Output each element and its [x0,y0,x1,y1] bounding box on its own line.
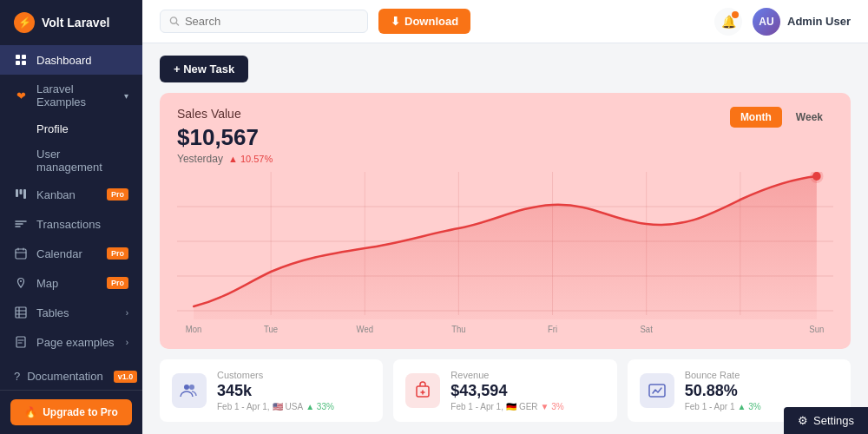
customers-info: Customers 345k Feb 1 - Apr 1, 🇺🇸 USA ▲ 3… [217,370,334,411]
profile-label: Profile [36,122,69,135]
new-task-label: + New Task [174,62,234,76]
customers-label: Customers [217,370,334,380]
chart-info: Sales Value $10,567 Yesterday ▲ 10.57% [177,107,273,165]
sidebar-item-page-examples[interactable]: Page examples › [0,327,142,357]
sidebar-item-kanban[interactable]: Kanban Pro [0,180,142,209]
sidebar-item-tables[interactable]: Tables › [0,298,142,327]
sidebar-item-calendar[interactable]: Calendar Pro [0,239,142,268]
bounce-value: 50.88% [685,382,761,400]
laravel-examples-label: Laravel Examples [36,82,115,108]
svg-point-36 [189,385,194,390]
dashboard-icon [14,53,28,67]
settings-button[interactable]: ⚙ Settings [784,407,868,434]
sidebar-item-map[interactable]: Map Pro [0,268,142,298]
topbar: ⬇ Download 🔔 AU Admin User [142,0,868,43]
customers-trend: ▲ 33% [306,402,334,411]
sidebar-bottom: 🔥 Upgrade to Pro [0,390,142,434]
revenue-info: Revenue $43,594 Feb 1 - Apr 1, 🇩🇪 GER ▼ … [450,370,563,411]
chart-trend: ▲ 10.57% [228,154,273,164]
transactions-label: Transactions [36,218,128,231]
revenue-stat: Revenue $43,594 Feb 1 - Apr 1, 🇩🇪 GER ▼ … [393,359,616,422]
notification-dot [732,11,739,18]
user-menu[interactable]: AU Admin User [753,8,851,36]
svg-rect-4 [16,189,18,197]
svg-text:Tue: Tue [264,325,278,334]
search-box[interactable] [160,10,368,33]
tables-label: Tables [36,306,117,319]
calendar-label: Calendar [36,247,98,260]
gear-icon: ⚙ [798,414,808,427]
month-button[interactable]: Month [730,107,782,128]
week-button[interactable]: Week [786,107,833,128]
sidebar-item-laravel-examples[interactable]: ❤ Laravel Examples ▾ [0,75,142,116]
svg-point-8 [20,280,22,282]
map-label: Map [36,277,98,290]
svg-rect-1 [22,55,26,59]
kanban-icon [14,187,28,201]
svg-text:Wed: Wed [357,325,373,334]
svg-rect-2 [16,61,20,65]
revenue-label: Revenue [450,370,563,380]
transactions-icon [14,217,28,231]
sidebar-item-transactions[interactable]: Transactions [0,209,142,239]
chart-header: Sales Value $10,567 Yesterday ▲ 10.57% M… [177,107,833,165]
customers-stat: Customers 345k Feb 1 - Apr 1, 🇺🇸 USA ▲ 3… [160,359,383,422]
svg-text:Mon: Mon [186,325,202,334]
sidebar-item-profile[interactable]: Profile [0,116,142,141]
search-input[interactable] [185,15,358,28]
documentation-item[interactable]: ? Documentation v1.0 [0,363,142,390]
revenue-value: $43,594 [450,382,563,400]
calendar-icon [14,247,28,260]
svg-text:Fri: Fri [548,325,557,334]
customers-sub: Feb 1 - Apr 1, 🇺🇸 USA ▲ 33% [217,402,334,411]
chart-title: Sales Value [177,107,273,121]
bounce-icon [640,373,674,408]
topbar-right: 🔔 AU Admin User [714,8,851,36]
dashboard-label: Dashboard [36,54,128,67]
content-area: + New Task Sales Value $10,567 Yesterday… [142,43,868,434]
map-icon [14,276,28,290]
sidebar-item-user-management[interactable]: User management [0,141,142,180]
doc-version-badge: v1.0 [114,371,138,383]
chart-value: $10,567 [177,124,273,151]
bounce-label: Bounce Rate [685,370,761,380]
customers-value: 345k [217,382,334,400]
main-content: ⬇ Download 🔔 AU Admin User + New Task Sa… [142,0,868,434]
svg-rect-5 [20,189,23,194]
kanban-pro-badge: Pro [107,188,128,201]
chart-period-buttons: Month Week [730,107,833,128]
bounce-sub: Feb 1 - Apr 1 ▲ 3% [685,402,761,411]
flame-icon: 🔥 [24,406,37,418]
sidebar: ⚡ Volt Laravel Dashboard ❤ Laravel Examp… [0,0,142,434]
avatar: AU [753,8,780,36]
download-arrow-icon: ⬇ [391,15,400,28]
documentation-label: Documentation [27,370,102,383]
sidebar-item-dashboard[interactable]: Dashboard [0,45,142,75]
sidebar-item-components[interactable]: Components › [0,357,142,363]
kanban-label: Kanban [36,188,98,201]
ger-flag: 🇩🇪 [506,402,516,411]
svg-text:Sat: Sat [641,325,654,334]
revenue-icon [405,373,440,408]
new-task-button[interactable]: + New Task [160,56,248,82]
upgrade-button[interactable]: 🔥 Upgrade to Pro [10,399,132,425]
download-button[interactable]: ⬇ Download [378,9,470,34]
revenue-trend: ▼ 3% [541,402,564,411]
tables-chevron-icon: › [126,308,128,318]
user-management-label: User management [36,148,102,174]
notification-button[interactable]: 🔔 [714,8,742,36]
laravel-icon: ❤ [14,89,28,102]
calendar-pro-badge: Pro [107,247,128,260]
svg-point-35 [184,385,189,390]
map-pro-badge: Pro [107,277,128,289]
page-examples-icon [14,335,28,349]
search-icon [169,16,180,27]
sidebar-logo[interactable]: ⚡ Volt Laravel [0,0,142,45]
app-name: Volt Laravel [42,16,109,30]
sidebar-nav: Dashboard ❤ Laravel Examples ▾ Profile U… [0,45,142,363]
stats-row: Customers 345k Feb 1 - Apr 1, 🇺🇸 USA ▲ 3… [160,359,851,422]
chart-svg: Mon Tue Wed Thu Fri Sat Sun [177,172,833,337]
question-icon: ? [14,370,20,383]
sales-chart-card: Sales Value $10,567 Yesterday ▲ 10.57% M… [160,93,851,349]
svg-rect-9 [16,307,26,318]
